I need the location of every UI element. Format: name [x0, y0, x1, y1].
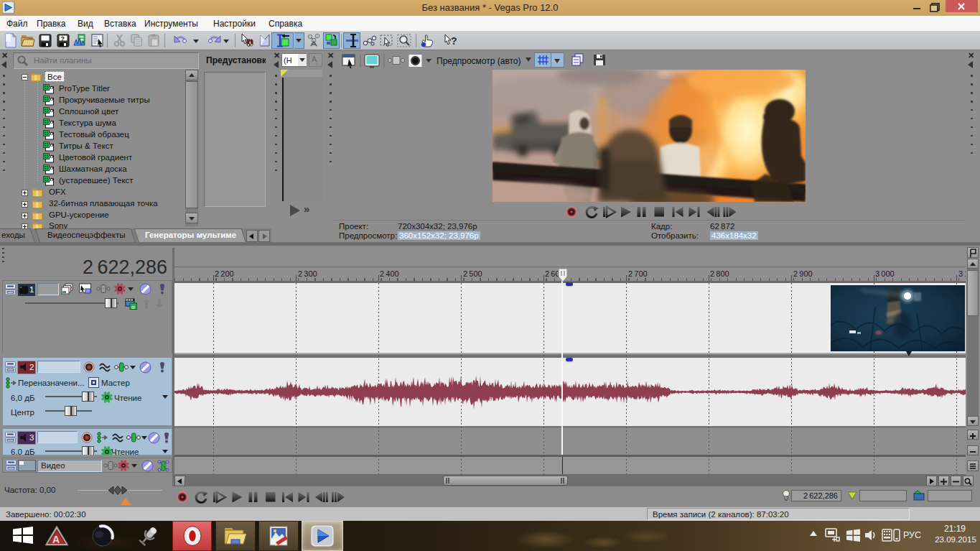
svg-text:А: А [52, 534, 60, 545]
svg-text:?: ? [451, 35, 457, 47]
svg-text:?: ? [61, 35, 65, 42]
svg-text:α: α [131, 304, 135, 310]
